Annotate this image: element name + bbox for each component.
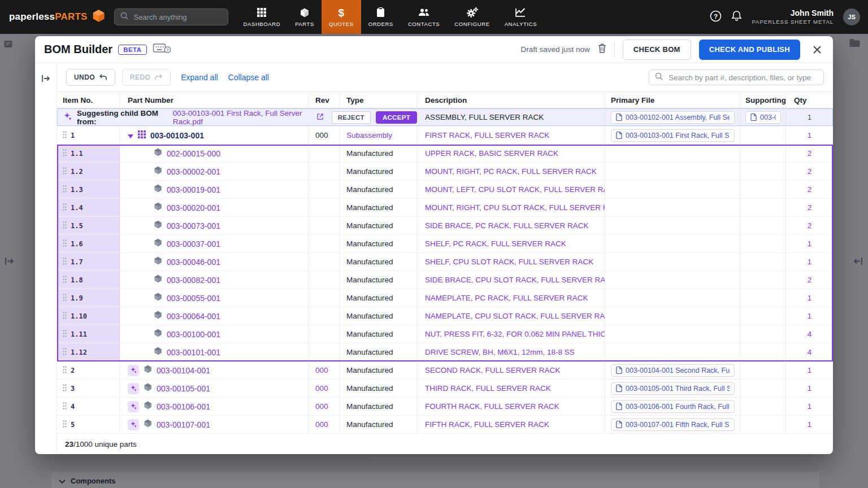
cube-icon (154, 148, 162, 159)
keyboard-shortcuts-icon[interactable]: ? (153, 43, 171, 56)
drag-handle-icon[interactable] (63, 203, 67, 213)
drag-handle-icon[interactable] (63, 221, 67, 231)
dashboard-icon (257, 7, 266, 18)
check-bom-button[interactable]: CHECK BOM (623, 40, 691, 60)
drag-handle-icon[interactable] (63, 149, 67, 159)
table-row: 1.6 003-00037-001 Manufactured SHELF, PC… (57, 235, 833, 253)
type-value: Manufactured (346, 348, 393, 356)
redo-button[interactable]: REDO (122, 69, 171, 86)
bom-search[interactable] (649, 69, 824, 85)
drag-handle-icon[interactable] (63, 130, 67, 141)
reject-button[interactable]: REJECT (332, 111, 371, 124)
drag-handle-icon[interactable] (63, 420, 67, 430)
item-number: 1.1 (71, 150, 83, 158)
rev-value: 000 (315, 420, 328, 429)
check-and-publish-button[interactable]: CHECK AND PUBLISH (699, 40, 800, 60)
collapse-panel-icon[interactable] (41, 75, 50, 454)
ai-suggestion-icon[interactable] (128, 365, 139, 376)
part-number-link[interactable]: 003-00103-001 (150, 131, 204, 140)
drag-handle-icon[interactable] (63, 293, 67, 303)
drag-handle-icon[interactable] (63, 365, 67, 376)
drag-handle-icon[interactable] (63, 257, 67, 267)
description-value: FOURTH RACK, FULL SERVER RACK (425, 402, 559, 411)
supporting-file-chip[interactable]: 003-00102-001 (745, 111, 781, 124)
part-number-link[interactable]: 003-00064-001 (167, 312, 220, 321)
drag-handle-icon[interactable] (63, 384, 67, 394)
user-block[interactable]: John Smith PAPERLESS SHEET METAL (752, 8, 834, 25)
primary-file-chip[interactable]: 003-00105-001 Third Rack, Full Se... (611, 382, 735, 395)
ai-suggestion-icon[interactable] (128, 383, 139, 394)
bom-search-input[interactable] (667, 73, 818, 82)
app-logo[interactable]: paperlessPARTS (0, 9, 111, 25)
primary-file-chip[interactable]: 003-00107-001 Fifth Rack, Full Ser... (611, 419, 735, 431)
primary-file-chip[interactable]: 003-00104-001 Second Rack, Full ... (611, 364, 735, 377)
part-number-link[interactable]: 003-00019-001 (167, 185, 220, 194)
cube-icon (154, 293, 162, 303)
qty-value: 1 (808, 402, 812, 411)
description-value: SIDE BRACE, CPU SLOT RACK, FULL SERVER R… (425, 276, 605, 284)
primary-file-chip[interactable]: 003-00106-001 Fourth Rack, Full S... (611, 400, 735, 413)
type-value: Manufactured (346, 402, 393, 411)
draft-status: Draft saved just now (521, 45, 590, 54)
trash-icon[interactable] (598, 43, 606, 55)
item-number: 1.7 (71, 258, 83, 266)
primary-file-chip[interactable]: 003-00102-001 Assembly, Full Ser... (611, 111, 735, 124)
collapse-row-icon[interactable] (128, 130, 133, 141)
nav-item-parts[interactable]: PARTS (288, 0, 322, 34)
drag-handle-icon[interactable] (63, 402, 67, 412)
qty-value: 2 (808, 149, 812, 158)
nav-item-contacts[interactable]: CONTACTS (401, 0, 447, 34)
close-icon[interactable] (810, 43, 824, 56)
cube-icon (154, 347, 162, 358)
nav-item-orders[interactable]: ORDERS (361, 0, 401, 34)
drag-handle-icon[interactable] (63, 167, 67, 177)
drag-handle-icon[interactable] (63, 275, 67, 285)
drag-handle-icon[interactable] (63, 347, 67, 358)
top-nav: paperlessPARTS DASHBOARD PARTS $ QUOTES (0, 0, 868, 34)
nav-item-dashboard[interactable]: DASHBOARD (236, 0, 288, 34)
part-number-link[interactable]: 003-00101-001 (167, 348, 220, 357)
drag-handle-icon[interactable] (63, 185, 67, 195)
nav-item-quotes[interactable]: $ QUOTES (322, 0, 361, 34)
collapse-all-link[interactable]: Collapse all (228, 73, 269, 82)
ai-suggestion-icon[interactable] (128, 401, 139, 412)
dollar-icon: $ (338, 7, 344, 18)
part-number-link[interactable]: 003-00046-001 (167, 258, 220, 267)
part-number-link[interactable]: 003-00073-001 (167, 221, 220, 230)
part-number-link[interactable]: 003-00037-001 (167, 239, 220, 249)
part-number-link[interactable]: 003-00100-001 (167, 330, 220, 339)
ai-suggestion-icon[interactable] (128, 419, 139, 430)
description-value: THIRD RACK, FULL SERVER RACK (425, 384, 551, 393)
drag-handle-icon[interactable] (63, 311, 67, 321)
item-number: 1 (71, 132, 75, 140)
part-number-link[interactable]: 003-00105-001 (157, 384, 210, 393)
part-number-link[interactable]: 003-00082-001 (167, 276, 220, 285)
nav-item-analytics[interactable]: ANALYTICS (497, 0, 545, 34)
part-number-link[interactable]: 003-00107-001 (157, 420, 210, 429)
beta-badge: BETA (118, 45, 146, 55)
part-number-link[interactable]: 003-00002-001 (167, 167, 220, 176)
undo-button[interactable]: UNDO (66, 69, 115, 86)
table-row: 1.8 003-00082-001 Manufactured SIDE BRAC… (57, 271, 833, 289)
primary-file-chip[interactable]: 003-00103-001 First Rack, Full Ser... (611, 129, 735, 142)
global-search[interactable] (114, 8, 228, 25)
part-number-link[interactable]: 002-00015-000 (167, 149, 220, 158)
global-search-input[interactable] (133, 12, 222, 22)
part-number-link[interactable]: 003-00104-001 (157, 366, 210, 375)
part-number-link[interactable]: 003-00020-001 (167, 203, 220, 212)
accept-button[interactable]: ACCEPT (376, 111, 417, 124)
help-icon[interactable]: ? (710, 10, 722, 24)
cube-icon (144, 419, 152, 430)
drag-handle-icon[interactable] (63, 329, 67, 339)
part-number-link[interactable]: 003-00106-001 (157, 402, 210, 411)
drag-handle-icon[interactable] (63, 239, 67, 249)
description-value: FIFTH RACK, FULL SERVER RACK (425, 420, 549, 429)
bell-icon[interactable] (731, 10, 742, 24)
left-rail (35, 63, 57, 454)
avatar[interactable]: JS (843, 8, 860, 25)
suggestion-file-link[interactable]: 003-00103-001 First Rack, Full Server Ra… (173, 109, 323, 126)
cube-icon (154, 311, 162, 321)
expand-all-link[interactable]: Expand all (181, 73, 218, 82)
nav-item-configure[interactable]: CONFIGURE (447, 0, 497, 34)
part-number-link[interactable]: 003-00055-001 (167, 294, 220, 303)
